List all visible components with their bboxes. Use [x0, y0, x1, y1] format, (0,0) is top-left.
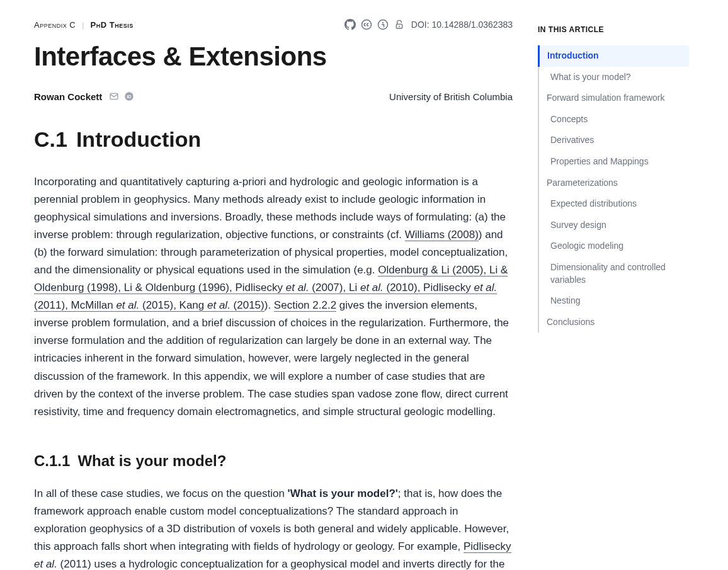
etal: et al.	[34, 558, 57, 570]
etal: et al.	[286, 282, 309, 294]
breadcrumb-appendix[interactable]: Appendix C	[34, 20, 76, 30]
toc-item[interactable]: Conclusions	[539, 312, 689, 333]
ref-text: Pidlisecky	[235, 282, 285, 294]
page-title: Interfaces & Extensions	[34, 42, 513, 72]
sep: ,	[65, 299, 71, 311]
ref-text: Kang	[179, 299, 207, 311]
etal: et al.	[360, 282, 384, 294]
toc-item[interactable]: What is your model?	[539, 67, 689, 88]
doi-text[interactable]: DOI: 10.14288/1.0362383	[411, 20, 513, 30]
toc-item[interactable]: Geologic modeling	[539, 236, 689, 257]
text-fragment: gives the inversion elements, inverse pr…	[34, 299, 509, 417]
ref-section-222[interactable]: Section 2.2.2	[274, 299, 336, 312]
section-title: Introduction	[76, 127, 201, 151]
toc-item[interactable]: Derivatives	[539, 130, 689, 151]
svg-point-2	[382, 22, 384, 23]
bold-question: 'What is your model?'	[288, 487, 398, 499]
ref-text: McMillan	[71, 299, 117, 311]
byline: Rowan Cockett iD University of British C…	[34, 91, 513, 102]
intro-paragraph: Incorporating and quantitatively capturi…	[34, 173, 513, 421]
toc-item[interactable]: Dimensionality and controlled variables	[539, 257, 689, 290]
ref-text: Pidlisecky	[423, 282, 474, 294]
svg-point-0	[361, 20, 371, 30]
author-icons: iD	[108, 91, 135, 102]
subsection-heading-c11: C.1.1What is your model?	[34, 452, 513, 470]
ref-text: Pidlisecky	[464, 540, 511, 552]
author-name[interactable]: Rowan Cockett	[34, 91, 102, 102]
subsection-title: What is your model?	[77, 452, 226, 469]
etal: et al.	[474, 282, 497, 294]
breadcrumb-thesis[interactable]: PhD Thesis	[91, 20, 134, 30]
toc-nav: IntroductionWhat is your model?Forward s…	[538, 45, 689, 333]
toc-item[interactable]: Survey design	[539, 215, 689, 236]
toc-heading: IN THIS ARTICLE	[538, 25, 689, 34]
attribution-icon[interactable]	[377, 19, 389, 30]
main-content: Appendix C | PhD Thesis DOI: 10.14288/1.…	[34, 19, 513, 570]
sep: ,	[484, 264, 489, 276]
ref-text: (2011)	[34, 299, 65, 311]
toc-item[interactable]: Introduction	[538, 45, 689, 67]
toc-item[interactable]: Forward simulation framework	[539, 88, 689, 109]
ref-text: (2007)	[309, 282, 343, 294]
section-num: C.1	[34, 127, 67, 151]
breadcrumb-sep: |	[82, 20, 84, 30]
breadcrumb-left: Appendix C | PhD Thesis	[34, 20, 134, 30]
sep: ,	[118, 282, 123, 294]
email-icon[interactable]	[108, 91, 120, 102]
ref-text: Li	[349, 282, 360, 294]
breadcrumb-bar: Appendix C | PhD Thesis DOI: 10.14288/1.…	[34, 19, 513, 30]
sep: ,	[343, 282, 349, 294]
orcid-icon[interactable]: iD	[123, 91, 135, 102]
text-fragment: uses a hydrologic conceptualization for …	[34, 558, 504, 570]
ref-text: (2011)	[57, 558, 91, 570]
cc-icon[interactable]	[361, 19, 372, 30]
affiliation: University of British Columbia	[389, 91, 513, 102]
section-heading-c1: C.1Introduction	[34, 127, 513, 152]
ref-text: Oldenburg & Li (2005)	[378, 264, 483, 276]
ref-williams-2008[interactable]: Williams (2008)	[405, 229, 479, 241]
header-icons	[344, 19, 405, 30]
toc-item[interactable]: Properties and Mappings	[539, 151, 689, 173]
toc-sidebar: IN THIS ARTICLE IntroductionWhat is your…	[538, 19, 689, 570]
toc-item[interactable]: Expected distributions	[539, 193, 689, 215]
text-fragment: ).	[264, 299, 274, 311]
etal: et al.	[207, 299, 230, 311]
svg-point-4	[399, 26, 400, 27]
byline-left: Rowan Cockett iD	[34, 91, 135, 102]
open-access-icon[interactable]	[394, 19, 405, 30]
toc-item[interactable]: Concepts	[539, 109, 689, 130]
sep: ,	[173, 299, 179, 311]
subsection-paragraph: In all of these case studies, we focus o…	[34, 485, 513, 570]
ref-text: (2015)	[230, 299, 264, 311]
toc-item[interactable]: Parameterizations	[539, 173, 689, 194]
toc-item[interactable]: Nesting	[539, 290, 689, 312]
subsection-num: C.1.1	[34, 452, 70, 469]
ref-text: Li & Oldenburg (1996)	[124, 282, 229, 294]
svg-text:iD: iD	[127, 94, 132, 100]
ref-text: (2010)	[384, 282, 418, 294]
text-fragment: In all of these case studies, we focus o…	[34, 487, 288, 499]
breadcrumb-right: DOI: 10.14288/1.0362383	[344, 19, 513, 30]
etal: et al.	[116, 299, 139, 311]
sep: ,	[418, 282, 423, 294]
ref-text: (2015)	[139, 299, 173, 311]
github-icon[interactable]	[344, 19, 356, 30]
